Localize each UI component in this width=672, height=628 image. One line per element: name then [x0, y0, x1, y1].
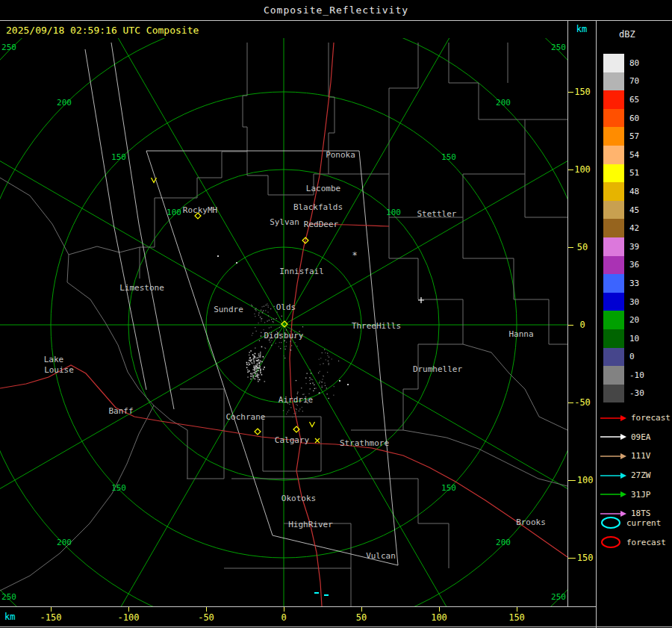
county-boundary — [243, 43, 247, 152]
range-ring-label: 200 — [496, 538, 511, 547]
precip-echo — [251, 376, 252, 377]
precip-echo — [291, 345, 292, 346]
precip-echo — [273, 319, 274, 320]
precip-echo — [310, 388, 311, 389]
precip-echo — [279, 346, 279, 347]
precip-echo — [268, 307, 269, 308]
precip-echo — [263, 329, 264, 330]
axis-label: 50 — [570, 242, 594, 252]
precip-echo — [259, 379, 261, 381]
color-value-label: 10 — [629, 334, 639, 343]
color-value-label: 33 — [629, 279, 639, 288]
precip-echo — [258, 374, 260, 376]
axis-tick — [206, 607, 207, 612]
precip-echo — [264, 381, 266, 382]
arrow-label: forecast — [631, 413, 671, 423]
precip-echo — [252, 354, 254, 355]
legend-color-row: 45 — [597, 201, 672, 220]
legend-color-row: 30 — [597, 293, 672, 311]
axis-label: -50 — [191, 612, 221, 623]
precip-echo — [284, 349, 285, 349]
precip-echo — [259, 366, 261, 367]
precip-echo — [322, 387, 323, 388]
precip-echo — [261, 320, 261, 321]
dash-marker — [314, 592, 319, 594]
radar-coverage-outline — [111, 43, 174, 409]
precip-echo — [258, 361, 259, 362]
color-value-label: 57 — [629, 131, 639, 141]
precip-echo — [326, 359, 326, 360]
precip-echo — [320, 371, 320, 372]
precip-echo — [260, 353, 261, 355]
legend-color-row: 80 — [597, 54, 672, 72]
dash-marker — [324, 594, 329, 596]
precip-echo — [249, 352, 250, 353]
precip-echo — [311, 373, 311, 373]
arrow-icon — [600, 414, 627, 422]
precip-echo — [324, 349, 325, 350]
range-spoke — [284, 325, 567, 529]
city-label: Drumheller — [413, 364, 463, 374]
precip-echo — [260, 352, 261, 353]
precip-echo — [320, 364, 320, 365]
precip-echo — [258, 355, 260, 356]
precip-echo — [249, 360, 250, 361]
precip-echo — [260, 317, 261, 317]
city-label: Cochrane — [226, 412, 266, 422]
radar-display[interactable]: *250250250250200200200200150150150150100… — [0, 38, 567, 606]
color-swatch — [603, 293, 624, 311]
precip-echo — [310, 383, 311, 384]
precip-echo — [267, 311, 268, 312]
plus-marker-icon — [418, 297, 424, 303]
precip-echo — [249, 370, 250, 372]
precip-echo — [254, 356, 255, 358]
precip-echo — [326, 388, 327, 388]
color-value-label: -30 — [629, 388, 644, 398]
precip-echo — [260, 372, 261, 373]
precip-echo — [255, 309, 255, 310]
color-value-label: 51 — [629, 168, 639, 178]
precip-echo — [266, 305, 267, 305]
county-boundary — [69, 246, 140, 255]
arrow-icon — [600, 472, 627, 479]
axis-label: -100 — [113, 612, 143, 623]
precip-echo — [322, 379, 323, 379]
precip-echo — [248, 364, 249, 366]
map-bottom-separator — [0, 606, 597, 607]
precip-echo — [261, 306, 262, 307]
legend-arrow-row: 27ZW — [597, 466, 672, 485]
precip-echo — [316, 388, 317, 388]
color-value-label: 45 — [629, 205, 639, 215]
city-label: Vulcan — [366, 551, 396, 561]
radar-coverage-outline — [85, 49, 146, 390]
color-value-label: 80 — [629, 58, 639, 68]
precip-echo — [314, 388, 315, 389]
precip-echo — [334, 386, 335, 387]
precip-echo — [308, 394, 309, 394]
precip-echo — [319, 382, 320, 383]
legend-ellipses: currentforecast — [597, 513, 672, 552]
precip-echo — [252, 374, 253, 376]
window-title-bar: Composite_Reflectivity — [0, 0, 672, 20]
precip-echo — [253, 365, 255, 367]
precip-echo — [271, 345, 272, 346]
precip-echo — [288, 410, 289, 411]
precip-echo — [270, 326, 271, 327]
color-scale: 807065605754514845423936333020100-10-30 — [597, 54, 672, 402]
city-label: Innisfail — [279, 267, 324, 276]
precip-echo — [284, 346, 285, 347]
range-ring-label: 200 — [57, 98, 72, 108]
precip-echo — [255, 353, 256, 355]
precip-echo — [264, 306, 264, 307]
color-swatch — [603, 54, 624, 72]
precip-echo — [250, 361, 252, 362]
precip-echo — [305, 378, 306, 379]
dot-marker — [339, 380, 340, 382]
precip-echo — [267, 303, 267, 304]
precip-echo — [264, 322, 265, 323]
color-value-label: 70 — [629, 76, 639, 86]
precip-echo — [256, 331, 257, 332]
city-label: Banff — [108, 406, 133, 416]
precip-echo — [258, 359, 260, 361]
color-swatch — [603, 237, 624, 256]
